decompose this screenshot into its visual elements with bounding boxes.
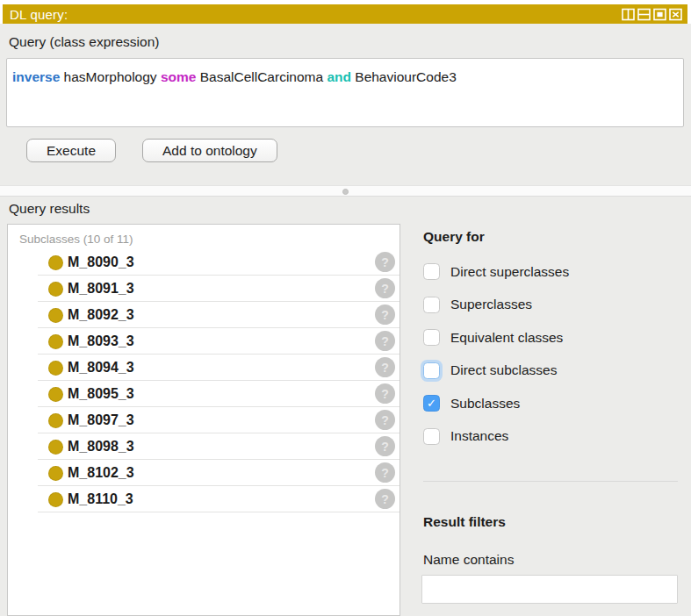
float-icon[interactable] <box>653 8 666 21</box>
result-class-name: M_8090_3 <box>68 254 134 270</box>
result-class-name: M_8092_3 <box>68 307 134 323</box>
query-for-option: Direct superclasses <box>420 255 680 289</box>
explain-inference-button[interactable]: ? <box>375 278 395 298</box>
window-controls <box>622 8 682 21</box>
results-list-header: Subclasses (10 of 11) <box>8 225 399 249</box>
option-checkbox[interactable]: ✓ <box>423 395 440 412</box>
query-expression: inverse hasMorphology some BasalCellCarc… <box>12 69 457 84</box>
query-results-label: Query results <box>9 201 90 217</box>
query-editor-label: Query (class expression) <box>9 34 159 50</box>
query-token: hasMorphology <box>60 69 161 84</box>
option-checkbox[interactable] <box>423 329 440 346</box>
query-for-option: ✓ Subclasses <box>420 387 680 420</box>
explain-inference-button[interactable]: ? <box>375 436 395 456</box>
option-checkbox[interactable] <box>423 362 440 379</box>
split-horizontal-icon[interactable] <box>637 8 651 21</box>
result-class-name: M_8091_3 <box>68 281 134 297</box>
section-divider <box>423 481 678 482</box>
result-row[interactable]: M_8093_3 ? <box>8 328 399 355</box>
result-row[interactable]: M_8092_3 ? <box>8 302 399 328</box>
option-label: Equivalent classes <box>450 330 563 346</box>
option-label: Subclasses <box>450 396 520 412</box>
result-class-name: M_8102_3 <box>68 465 134 481</box>
query-token: BasalCellCarcinoma <box>196 69 327 84</box>
explain-inference-button[interactable]: ? <box>375 410 395 430</box>
class-icon <box>48 440 63 455</box>
result-class-name: M_8095_3 <box>68 386 134 402</box>
option-checkbox[interactable] <box>423 297 440 313</box>
explain-inference-button[interactable]: ? <box>375 252 395 272</box>
result-filters-heading: Result filters <box>423 514 680 530</box>
results-list: Subclasses (10 of 11) M_8090_3 ? M_8091_… <box>7 224 400 616</box>
option-label: Instances <box>450 428 508 444</box>
query-for-option: Direct subclasses <box>420 355 680 388</box>
query-token: some <box>161 69 197 84</box>
result-row[interactable]: M_8102_3 ? <box>8 460 399 486</box>
query-token: BehaviourCode3 <box>351 69 457 84</box>
result-row[interactable]: M_8098_3 ? <box>8 433 399 460</box>
action-buttons: Execute Add to ontology <box>26 139 277 162</box>
splitter-handle-icon <box>342 189 349 195</box>
titlebar: DL query: <box>3 4 687 24</box>
explain-inference-button[interactable]: ? <box>375 331 395 351</box>
option-label: Direct superclasses <box>450 264 569 280</box>
execute-button[interactable]: Execute <box>26 139 116 162</box>
class-icon <box>48 282 63 297</box>
query-for-heading: Query for <box>423 229 680 245</box>
explain-inference-button[interactable]: ? <box>375 383 395 404</box>
result-class-name: M_8110_3 <box>68 491 133 507</box>
query-token: inverse <box>12 69 60 84</box>
result-row[interactable]: M_8110_3 ? <box>8 486 399 512</box>
result-class-name: M_8094_3 <box>68 360 134 376</box>
add-to-ontology-button[interactable]: Add to ontology <box>142 139 277 162</box>
explain-inference-button[interactable]: ? <box>375 304 395 325</box>
class-icon <box>48 361 63 376</box>
option-label: Direct subclasses <box>450 362 557 378</box>
explain-inference-button[interactable]: ? <box>375 489 395 509</box>
explain-inference-button[interactable]: ? <box>375 357 395 377</box>
query-for-options: Direct superclasses Superclasses Equival… <box>420 255 680 453</box>
explain-inference-button[interactable]: ? <box>375 462 395 483</box>
result-row[interactable]: M_8095_3 ? <box>8 381 399 407</box>
result-row[interactable]: M_8091_3 ? <box>8 276 399 302</box>
query-for-option: Superclasses <box>420 289 680 322</box>
result-class-name: M_8093_3 <box>68 333 134 349</box>
name-contains-label: Name contains <box>423 552 680 568</box>
class-icon <box>48 413 63 428</box>
option-label: Superclasses <box>450 297 532 312</box>
result-class-name: M_8097_3 <box>68 412 134 428</box>
horizontal-splitter[interactable] <box>0 185 691 197</box>
close-icon[interactable] <box>669 8 682 21</box>
class-icon <box>48 334 63 349</box>
panel-title: DL query: <box>10 7 622 22</box>
result-row[interactable]: M_8094_3 ? <box>8 355 399 381</box>
query-for-option: Instances <box>420 420 680 454</box>
options-column: Query for Direct superclasses Superclass… <box>420 224 680 616</box>
split-vertical-icon[interactable] <box>622 8 635 21</box>
class-icon <box>48 308 63 323</box>
class-icon <box>48 492 63 507</box>
query-token: and <box>327 69 351 84</box>
result-row[interactable]: M_8090_3 ? <box>8 249 399 276</box>
query-expression-input[interactable]: inverse hasMorphology some BasalCellCarc… <box>6 58 684 127</box>
results-list-body: M_8090_3 ? M_8091_3 ? M_8092_3 ? M_8093_… <box>8 249 399 512</box>
class-icon <box>48 466 63 481</box>
class-icon <box>48 387 63 402</box>
query-for-option: Equivalent classes <box>420 321 680 355</box>
result-row[interactable]: M_8097_3 ? <box>8 407 399 433</box>
option-checkbox[interactable] <box>423 263 440 280</box>
option-checkbox[interactable] <box>423 428 440 445</box>
class-icon <box>48 255 63 270</box>
result-class-name: M_8098_3 <box>68 439 134 455</box>
name-contains-input[interactable] <box>421 575 678 604</box>
dl-query-panel: DL query: Query (class expression) inver… <box>0 0 691 616</box>
panel-content: Query (class expression) inverse hasMorp… <box>0 24 691 616</box>
